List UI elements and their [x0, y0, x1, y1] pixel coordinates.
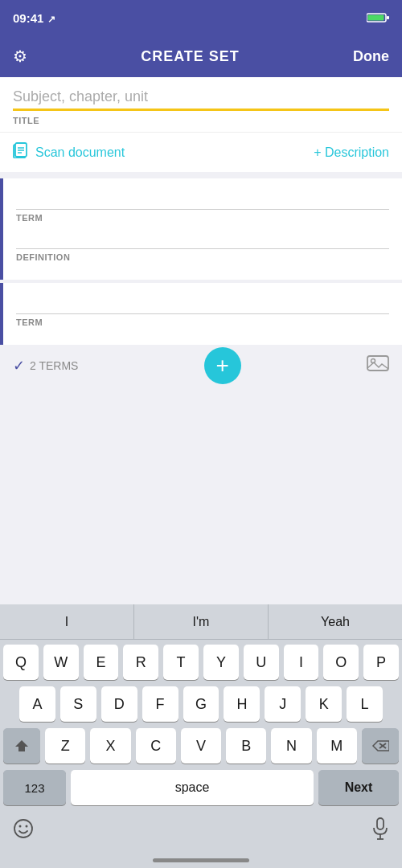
key-s[interactable]: S: [60, 686, 96, 722]
predict-item-3[interactable]: Yeah: [269, 604, 402, 639]
settings-icon[interactable]: ⚙: [13, 47, 27, 66]
terms-count: ✓ 2 TERMS: [13, 357, 78, 375]
key-m[interactable]: M: [317, 728, 357, 764]
title-input[interactable]: [13, 88, 389, 105]
key-i[interactable]: I: [284, 645, 319, 680]
keyboard-row-4: 123 space Next: [0, 765, 402, 810]
status-bar: 09:41 ↗: [0, 0, 402, 35]
scan-icon: [13, 142, 31, 162]
key-q[interactable]: Q: [3, 645, 39, 680]
bottom-toolbar: ✓ 2 TERMS +: [0, 345, 402, 387]
emoji-button[interactable]: [13, 818, 34, 844]
key-h[interactable]: H: [224, 686, 260, 722]
key-r[interactable]: R: [123, 645, 158, 680]
term-label-2: TERM: [16, 317, 389, 327]
key-z[interactable]: Z: [45, 728, 85, 764]
title-section: TITLE: [0, 77, 402, 132]
svg-point-14: [19, 825, 22, 828]
term-label-1: TERM: [16, 213, 389, 223]
keyboard-row-1: Q W E R T Y U I O P: [0, 640, 402, 682]
predict-item-2[interactable]: I'm: [134, 604, 269, 639]
key-j[interactable]: J: [265, 686, 301, 722]
image-upload-icon: [367, 354, 389, 373]
numbers-key[interactable]: 123: [3, 770, 66, 805]
svg-marker-10: [15, 740, 28, 751]
page-title: CREATE SET: [141, 48, 240, 65]
status-time: 09:41 ↗: [13, 11, 55, 25]
shift-icon: [14, 739, 29, 753]
key-e[interactable]: E: [84, 645, 119, 680]
scan-document-button[interactable]: Scan document: [13, 142, 125, 162]
add-card-button[interactable]: +: [204, 347, 241, 384]
key-o[interactable]: O: [323, 645, 359, 680]
key-f[interactable]: F: [142, 686, 178, 722]
predictive-row: I I'm Yeah: [0, 604, 402, 640]
svg-point-13: [14, 820, 32, 837]
home-bar: [153, 858, 249, 862]
predict-item-1[interactable]: I: [0, 604, 134, 639]
title-label: TITLE: [13, 116, 389, 125]
keyboard-row-2: A S D F G H J K L: [0, 682, 402, 723]
scan-document-icon: [13, 142, 31, 158]
key-k[interactable]: K: [306, 686, 342, 722]
key-a[interactable]: A: [19, 686, 55, 722]
svg-rect-16: [377, 818, 384, 829]
keyboard: I I'm Yeah Q W E R T Y U I O P A S D F G…: [0, 604, 402, 868]
key-p[interactable]: P: [363, 645, 399, 680]
delete-icon: [371, 739, 389, 752]
done-button[interactable]: Done: [353, 48, 389, 65]
key-l[interactable]: L: [347, 686, 383, 722]
key-t[interactable]: T: [163, 645, 199, 680]
microphone-button[interactable]: [371, 817, 389, 845]
add-description-button[interactable]: + Description: [314, 145, 389, 160]
status-icons: [367, 12, 389, 23]
term-field-2: TERM: [16, 296, 389, 327]
terms-count-label: 2 TERMS: [30, 359, 78, 372]
battery-icon: [367, 12, 389, 23]
definition-input-1[interactable]: [16, 231, 389, 249]
microphone-icon: [371, 817, 389, 840]
title-input-wrapper: [13, 88, 389, 111]
keyboard-row-3: Z X C V B N M: [0, 723, 402, 765]
next-key[interactable]: Next: [318, 770, 399, 805]
content-area: TITLE Scan document + Description TERM: [0, 77, 402, 387]
space-key[interactable]: space: [71, 770, 314, 805]
flash-card-2: TERM: [0, 283, 402, 345]
key-n[interactable]: N: [271, 728, 311, 764]
key-b[interactable]: B: [226, 728, 266, 764]
key-v[interactable]: V: [181, 728, 221, 764]
svg-rect-8: [367, 356, 388, 371]
svg-rect-1: [387, 16, 389, 19]
key-g[interactable]: G: [183, 686, 219, 722]
delete-key[interactable]: [362, 728, 399, 764]
svg-point-15: [26, 825, 28, 828]
svg-rect-2: [368, 15, 384, 21]
home-indicator: [0, 852, 402, 868]
key-d[interactable]: D: [101, 686, 137, 722]
key-x[interactable]: X: [90, 728, 130, 764]
definition-field-1: DEFINITION: [16, 231, 389, 262]
definition-label-1: DEFINITION: [16, 252, 389, 262]
key-u[interactable]: U: [244, 645, 279, 680]
actions-row: Scan document + Description: [0, 132, 402, 172]
key-c[interactable]: C: [136, 728, 176, 764]
cards-area: TERM DEFINITION TERM: [0, 178, 402, 345]
term-field-1: TERM: [16, 191, 389, 223]
scan-label: Scan document: [35, 145, 125, 160]
emoji-row: [0, 810, 402, 852]
term-input-2[interactable]: [16, 296, 389, 314]
term-input-1[interactable]: [16, 191, 389, 210]
key-y[interactable]: Y: [203, 645, 239, 680]
key-w[interactable]: W: [43, 645, 79, 680]
flash-card-1: TERM DEFINITION: [0, 178, 402, 280]
check-icon: ✓: [13, 357, 25, 375]
emoji-icon: [13, 818, 34, 839]
shift-key[interactable]: [3, 728, 40, 764]
nav-bar: ⚙ CREATE SET Done: [0, 35, 402, 77]
image-icon[interactable]: [367, 354, 389, 378]
